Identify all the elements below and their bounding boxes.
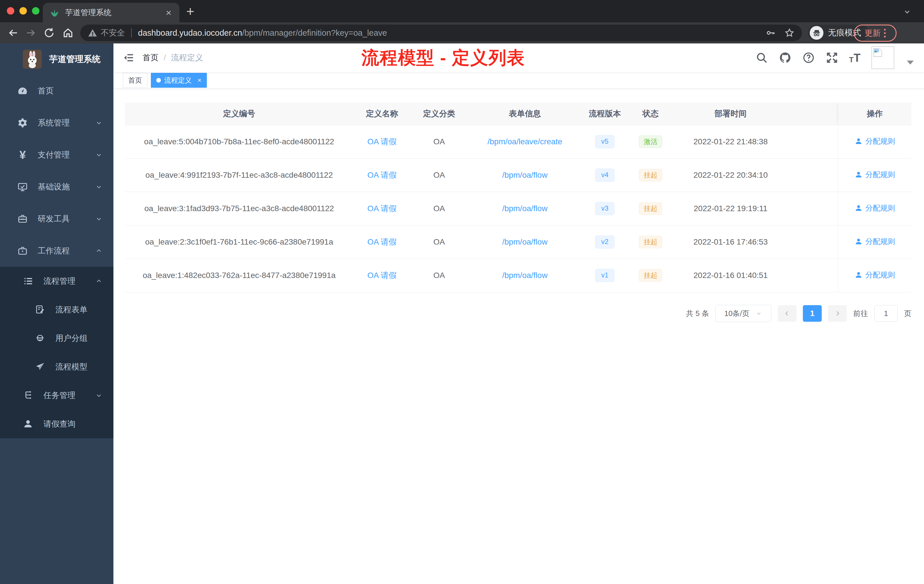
user-icon (855, 204, 863, 212)
goto-page-input[interactable] (874, 305, 898, 322)
tag-process-definition[interactable]: 流程定义 × (151, 73, 207, 88)
security-label[interactable]: 不安全 (101, 27, 125, 38)
help-icon[interactable] (802, 51, 815, 64)
prev-page-button[interactable] (778, 305, 797, 322)
reload-icon[interactable] (43, 27, 55, 39)
back-icon[interactable] (7, 27, 19, 39)
tag-home[interactable]: 首页 (123, 73, 147, 88)
tag-close-icon[interactable]: × (198, 76, 201, 84)
font-size-icon[interactable]: TT (849, 52, 861, 63)
sidebar-item-label: 用户分组 (55, 333, 87, 344)
status-badge: 激活 (639, 135, 662, 148)
chevron-down-icon (755, 310, 762, 317)
fullscreen-icon[interactable] (826, 51, 838, 64)
window-controls (7, 7, 40, 15)
pagination-total: 共 5 条 (686, 308, 709, 318)
definition-name-link[interactable]: OA 请假 (368, 204, 397, 213)
sidebar: 芋道管理系统 首页 系统管理 ¥ 支付管理 (0, 43, 114, 584)
tab-close-icon[interactable]: × (164, 8, 173, 17)
form-link[interactable]: /bpm/oa/flow (502, 204, 548, 213)
page-size-select[interactable]: 10条/页 (715, 305, 771, 322)
avatar-caret-icon[interactable] (907, 61, 914, 64)
sidebar-item-label: 首页 (38, 86, 54, 96)
browser-menu-icon[interactable] (884, 29, 886, 38)
assign-rule-link[interactable]: 分配规则 (855, 170, 895, 180)
assign-rule-link[interactable]: 分配规则 (855, 270, 895, 280)
sidebar-item-task-management[interactable]: 任务管理 (0, 381, 114, 410)
url-text[interactable]: dashboard.yudao.iocoder.cn/bpm/manager/d… (138, 28, 766, 38)
password-key-icon[interactable] (766, 28, 776, 38)
close-window-button[interactable] (7, 7, 14, 15)
definition-name-link[interactable]: OA 请假 (368, 238, 397, 246)
sidebar-item-infrastructure[interactable]: 基础设施 (0, 171, 114, 203)
security-warning-icon[interactable] (88, 28, 97, 38)
col-form: 表单信息 (468, 102, 582, 125)
workflow-submenu: 流程管理 流程表单 用户分组 (0, 267, 114, 438)
url-path: /bpm/manager/definition?key=oa_leave (242, 28, 387, 38)
breadcrumb-separator: / (164, 53, 166, 62)
definition-name-link[interactable]: OA 请假 (368, 271, 397, 280)
sidebar-item-home[interactable]: 首页 (0, 75, 114, 107)
sidebar-item-payment[interactable]: ¥ 支付管理 (0, 139, 114, 171)
search-icon[interactable] (756, 51, 768, 64)
sidebar-item-leave-query[interactable]: 请假查询 (0, 410, 114, 438)
gear-icon (17, 117, 28, 128)
definition-table: 定义编号 定义名称 定义分类 表单信息 流程版本 状态 部署时间 操作 oa_l… (125, 102, 911, 292)
definition-name-link[interactable]: OA 请假 (368, 171, 397, 180)
sidebar-item-user-group[interactable]: 用户分组 (0, 324, 114, 353)
address-bar[interactable]: 不安全 dashboard.yudao.iocoder.cn/bpm/manag… (80, 25, 802, 41)
version-badge: v1 (595, 269, 615, 282)
sidebar-item-label: 流程管理 (43, 276, 76, 287)
form-link[interactable]: /bpm/oa/flow (502, 271, 548, 280)
assign-rule-link[interactable]: 分配规则 (855, 203, 895, 213)
list-tree-icon (23, 276, 34, 287)
bookmark-star-icon[interactable] (784, 28, 795, 38)
sidebar-item-process-model[interactable]: 流程模型 (0, 353, 114, 381)
avatar-broken-image[interactable] (871, 46, 894, 69)
sidebar-collapse-icon[interactable] (123, 52, 134, 63)
sidebar-item-workflow[interactable]: 工作流程 (0, 235, 114, 267)
page-content: 定义编号 定义名称 定义分类 表单信息 流程版本 状态 部署时间 操作 oa_l… (114, 89, 924, 322)
next-page-button[interactable] (828, 305, 847, 322)
cell-category: OA (411, 158, 468, 192)
sidebar-item-process-form[interactable]: 流程表单 (0, 295, 114, 324)
navbar-actions: TT (756, 43, 914, 72)
form-link[interactable]: /bpm/oa/flow (502, 171, 548, 180)
new-tab-button[interactable]: + (186, 3, 194, 19)
assign-rule-link[interactable]: 分配规则 (855, 237, 895, 247)
status-badge: 挂起 (639, 236, 662, 248)
forward-icon[interactable] (25, 27, 36, 39)
home-icon[interactable] (62, 27, 74, 39)
sidebar-item-label: 研发工具 (38, 213, 70, 224)
user-icon (855, 137, 863, 145)
cell-id: oa_leave:2:3c1f0ef1-76b1-11ec-9c66-a2380… (125, 226, 353, 259)
zoom-window-button[interactable] (32, 7, 40, 15)
definition-name-link[interactable]: OA 请假 (368, 137, 397, 146)
tag-label: 首页 (128, 76, 142, 85)
cell-time: 2022-01-22 19:19:11 (673, 192, 788, 226)
chevron-down-icon (94, 391, 103, 400)
yen-icon: ¥ (17, 149, 28, 160)
sidebar-item-process-management[interactable]: 流程管理 (0, 267, 114, 295)
sidebar-logo-row[interactable]: 芋道管理系统 (0, 43, 114, 75)
form-link[interactable]: /bpm/oa/flow (502, 238, 548, 246)
breadcrumb-home[interactable]: 首页 (143, 52, 158, 63)
status-badge: 挂起 (639, 269, 662, 282)
minimize-window-button[interactable] (20, 7, 27, 15)
github-icon[interactable] (779, 51, 792, 64)
paper-plane-icon (35, 361, 46, 372)
site-favicon-icon (49, 7, 60, 18)
table-row: oa_leave:2:3c1f0ef1-76b1-11ec-9c66-a2380… (125, 226, 911, 259)
pagination: 共 5 条 10条/页 1 前往 页 (125, 305, 911, 322)
version-badge: v2 (595, 236, 615, 249)
app-navbar: 首页 / 流程定义 流程模型 - 定义列表 TT (114, 43, 924, 72)
page-number-button[interactable]: 1 (803, 305, 822, 322)
tab-search-chevron-icon[interactable] (902, 7, 912, 16)
form-link[interactable]: /bpm/oa/leave/create (487, 137, 562, 146)
browser-tab[interactable]: 芋道管理系统 × (43, 3, 180, 22)
assign-rule-link[interactable]: 分配规则 (855, 136, 895, 146)
sidebar-item-system[interactable]: 系统管理 (0, 107, 114, 139)
sidebar-item-devtools[interactable]: 研发工具 (0, 203, 114, 235)
browser-update-button[interactable]: 更新 (854, 25, 897, 42)
cell-id: oa_leave:1:482ec033-762a-11ec-8477-a2380… (125, 259, 353, 292)
